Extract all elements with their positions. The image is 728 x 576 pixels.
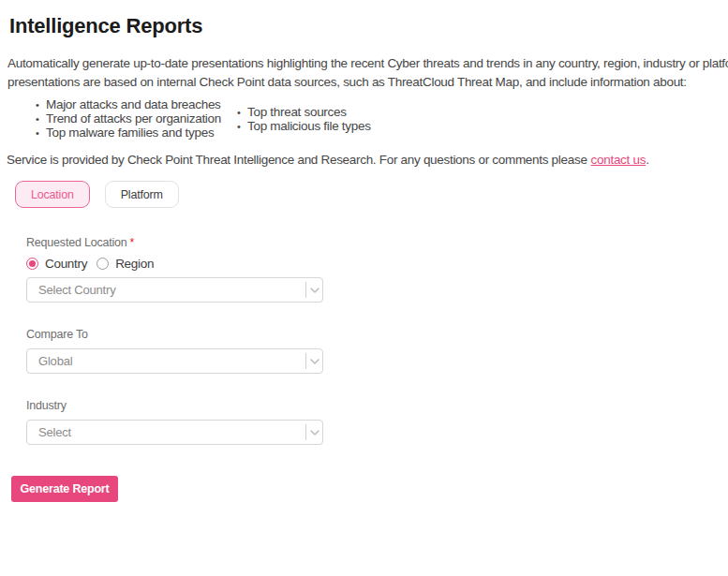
required-asterisk: * (130, 236, 135, 249)
bullet-item: Trend of attacks per organization (36, 111, 237, 126)
service-note-period: . (646, 153, 648, 167)
chevron-down-icon (306, 430, 322, 436)
radio-selected-icon (26, 258, 38, 270)
page-description: Automatically generate up-to-date presen… (7, 54, 728, 92)
radio-region[interactable]: Region (97, 257, 154, 271)
bullet-item: Major attacks and data breaches (36, 97, 237, 111)
radio-region-label: Region (115, 257, 154, 271)
report-form: Requested Location* Country Region Selec… (0, 236, 728, 502)
radio-country[interactable]: Country (26, 257, 87, 271)
tab-platform[interactable]: Platform (105, 181, 179, 208)
contact-us-link[interactable]: contact us (591, 153, 646, 167)
tab-location[interactable]: Location (15, 181, 90, 208)
bullet-item: Top malware families and types (36, 126, 237, 140)
industry-select-placeholder: Select (27, 425, 305, 439)
industry-label: Industry (26, 399, 728, 412)
intelligence-reports-page: Intelligence Reports Automatically gener… (0, 14, 728, 576)
generate-report-button[interactable]: Generate Report (11, 476, 118, 502)
requested-location-label-text: Requested Location (26, 236, 127, 249)
page-title: Intelligence Reports (9, 14, 728, 38)
country-select-placeholder: Select Country (27, 283, 305, 297)
compare-to-select-value: Global (27, 354, 305, 368)
bullet-item: Top threat sources (237, 105, 371, 119)
compare-to-select[interactable]: Global (26, 348, 323, 374)
description-line-2: presentations are based on internal Chec… (7, 73, 728, 92)
service-note: Service is provided by Check Point Threa… (7, 153, 728, 168)
service-note-text: Service is provided by Check Point Threa… (7, 153, 587, 167)
requested-location-label: Requested Location* (26, 236, 728, 249)
report-type-tabs: Location Platform (15, 181, 728, 208)
bullet-item: Top malicious file types (237, 119, 371, 133)
feature-bullets: Major attacks and data breaches Trend of… (36, 97, 728, 140)
chevron-down-icon (306, 359, 322, 364)
location-type-radio-group: Country Region (26, 257, 728, 271)
chevron-down-icon (306, 288, 322, 293)
compare-to-label: Compare To (26, 328, 728, 341)
industry-select[interactable]: Select (26, 420, 323, 445)
radio-unselected-icon (97, 258, 109, 270)
country-select[interactable]: Select Country (26, 277, 323, 303)
bullet-column-1: Major attacks and data breaches Trend of… (36, 97, 237, 140)
bullet-column-2: Top threat sources Top malicious file ty… (237, 105, 371, 133)
radio-country-label: Country (45, 257, 87, 271)
description-line-1: Automatically generate up-to-date presen… (7, 54, 728, 73)
